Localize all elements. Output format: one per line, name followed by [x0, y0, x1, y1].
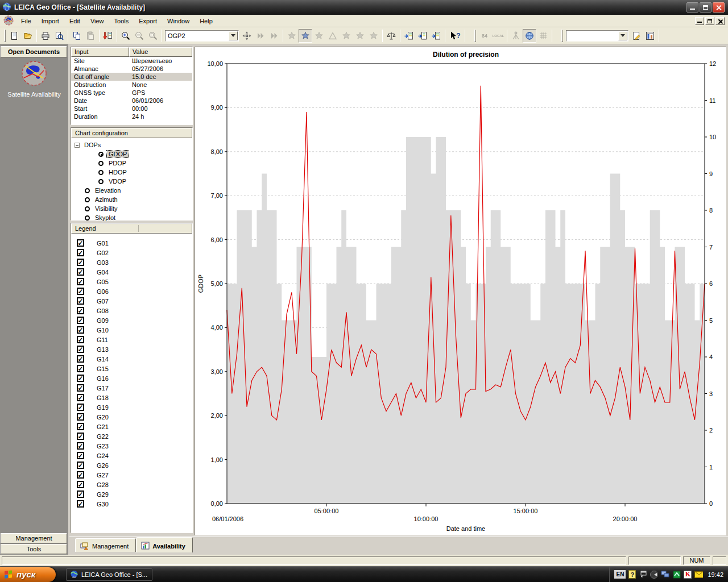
import-data-icon[interactable] — [101, 29, 115, 43]
legend-row-g21[interactable]: ✓G21 — [71, 422, 192, 431]
input-row-date[interactable]: Date06/01/2006 — [71, 97, 192, 105]
kaspersky-tray-icon[interactable]: K — [684, 571, 692, 579]
legend-row-g30[interactable]: ✓G30 — [71, 499, 192, 509]
network-tray-icon[interactable] — [661, 570, 669, 579]
radio-visibility[interactable] — [85, 206, 90, 211]
input-row-obstruction[interactable]: ObstructionNone — [71, 81, 192, 89]
radio-pdop[interactable] — [98, 161, 104, 166]
tab-availability[interactable]: Availability — [136, 537, 193, 552]
context-help-icon[interactable]: ? — [447, 29, 463, 43]
checkbox-g05[interactable]: ✓ — [77, 278, 84, 285]
checkbox-g23[interactable]: ✓ — [77, 442, 84, 450]
mdi-restore-button[interactable] — [705, 17, 714, 25]
checkbox-g29[interactable]: ✓ — [77, 490, 84, 498]
legend-row-g17[interactable]: ✓G17 — [71, 383, 192, 393]
checkbox-g02[interactable]: ✓ — [77, 249, 84, 256]
coordinate-system-combobox[interactable] — [566, 30, 628, 41]
import-coordinates-icon[interactable] — [416, 29, 429, 43]
menu-item-tools[interactable]: Tools — [109, 16, 134, 26]
legend-row-g05[interactable]: ✓G05 — [71, 277, 192, 286]
report-icon[interactable] — [643, 29, 657, 43]
menu-item-file[interactable]: File — [16, 16, 36, 26]
checkbox-g16[interactable]: ✓ — [77, 375, 84, 382]
project-combobox[interactable]: OGP2 — [165, 30, 239, 41]
checkbox-g09[interactable]: ✓ — [77, 317, 84, 324]
checkbox-g07[interactable]: ✓ — [77, 297, 84, 305]
tree-label-pdop[interactable]: PDOP — [107, 160, 128, 167]
radio-vdop[interactable] — [98, 179, 104, 184]
legend-row-g11[interactable]: ✓G11 — [71, 335, 192, 344]
print-icon[interactable] — [39, 29, 52, 43]
radio-azimuth[interactable] — [85, 197, 90, 202]
tree-label-gdop[interactable]: GDOP — [107, 151, 129, 157]
legend-row-g10[interactable]: ✓G10 — [71, 325, 192, 335]
legend-row-g28[interactable]: ✓G28 — [71, 480, 192, 489]
checkbox-g01[interactable]: ✓ — [77, 239, 84, 247]
checkbox-g10[interactable]: ✓ — [77, 326, 84, 334]
checkbox-g08[interactable]: ✓ — [77, 307, 84, 314]
adjustment-icon[interactable] — [384, 29, 398, 43]
legend-row-g06[interactable]: ✓G06 — [71, 286, 192, 296]
checkbox-g03[interactable]: ✓ — [77, 259, 84, 266]
legend-row-g22[interactable]: ✓G22 — [71, 431, 192, 441]
tree-label-visibility[interactable]: Visibility — [93, 205, 119, 212]
print-preview-icon[interactable] — [52, 29, 66, 43]
agent-tray-icon[interactable] — [672, 570, 681, 579]
help-tray-icon[interactable]: ? — [628, 570, 636, 579]
tree-label-hdop[interactable]: HDOP — [107, 169, 129, 176]
tree-label-vdop[interactable]: VDOP — [107, 178, 128, 185]
checkbox-g04[interactable]: ✓ — [77, 268, 84, 276]
input-row-gnss-type[interactable]: GNSS typeGPS — [71, 89, 192, 97]
input-column-header[interactable]: Input — [71, 47, 129, 57]
minimize-button[interactable] — [686, 2, 698, 13]
checkbox-g28[interactable]: ✓ — [77, 481, 84, 488]
checkbox-g11[interactable]: ✓ — [77, 336, 84, 343]
legend-row-g29[interactable]: ✓G29 — [71, 489, 192, 499]
taskbar-task-leica[interactable]: LEICA Geo Office - [S... — [66, 568, 152, 581]
checkbox-g19[interactable]: ✓ — [77, 404, 84, 411]
project-combobox-dropdown-icon[interactable] — [229, 31, 238, 40]
new-document-icon[interactable] — [7, 29, 21, 43]
legend-row-g15[interactable]: ✓G15 — [71, 364, 192, 373]
legend-row-g18[interactable]: ✓G18 — [71, 393, 192, 402]
input-row-start[interactable]: Start00:00 — [71, 105, 192, 113]
legend-row-g01[interactable]: ✓G01 — [71, 238, 192, 248]
legend-row-g20[interactable]: ✓G20 — [71, 412, 192, 422]
checkbox-g30[interactable]: ✓ — [77, 500, 84, 508]
tree-label-skyplot[interactable]: Skyplot — [93, 214, 117, 221]
pan-icon[interactable] — [240, 29, 254, 43]
menu-item-export[interactable]: Export — [134, 16, 162, 26]
restore-button[interactable] — [700, 2, 712, 13]
checkbox-g22[interactable]: ✓ — [77, 433, 84, 440]
tree-label-dops[interactable]: DOPs — [82, 142, 102, 148]
open-project-icon[interactable] — [21, 29, 35, 43]
input-row-duration[interactable]: Duration24 h — [71, 113, 192, 120]
copy-icon[interactable] — [70, 29, 84, 43]
zoom-in-icon[interactable] — [119, 29, 133, 43]
open-document-item[interactable]: Satellite Availability — [0, 60, 68, 98]
tree-label-azimuth[interactable]: Azimuth — [93, 196, 119, 203]
import-antenna-icon[interactable] — [429, 29, 443, 43]
sidebar-nav-tools[interactable]: Tools — [1, 544, 67, 554]
legend-row-g13[interactable]: ✓G13 — [71, 344, 192, 354]
radio-gdop[interactable] — [98, 152, 104, 157]
mail-tray-icon[interactable] — [694, 570, 703, 579]
open-documents-header[interactable]: Open Documents — [1, 46, 67, 57]
legend-row-g04[interactable]: ✓G04 — [71, 267, 192, 277]
edit-sheet-icon[interactable] — [630, 29, 643, 43]
legend-row-g16[interactable]: ✓G16 — [71, 373, 192, 383]
checkbox-g21[interactable]: ✓ — [77, 423, 84, 430]
radio-elevation[interactable] — [85, 188, 90, 193]
legend-row-g07[interactable]: ✓G07 — [71, 296, 192, 306]
legend-row-g02[interactable]: ✓G02 — [71, 248, 192, 257]
legend-row-g24[interactable]: ✓G24 — [71, 451, 192, 460]
collapse-icon[interactable] — [75, 143, 80, 148]
checkbox-g15[interactable]: ✓ — [77, 365, 84, 372]
tree-label-elevation[interactable]: Elevation — [93, 187, 122, 194]
legend-row-g26[interactable]: ✓G26 — [71, 460, 192, 470]
menu-item-view[interactable]: View — [85, 16, 109, 26]
checkbox-g24[interactable]: ✓ — [77, 452, 84, 459]
coordinate-system-combobox-dropdown-icon[interactable] — [618, 31, 627, 40]
globe-view-icon[interactable] — [523, 29, 536, 43]
close-button[interactable] — [713, 2, 725, 13]
